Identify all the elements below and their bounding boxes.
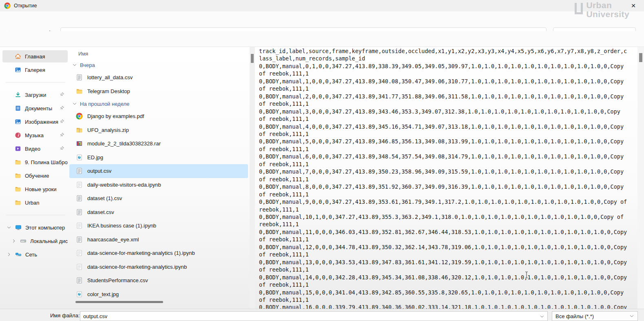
file-row[interactable]: data-science-for-marketing-analytics (1)…: [69, 246, 248, 260]
horizontal-scrollbar-thumb[interactable]: [75, 301, 163, 303]
sidebar-item-folder[interactable]: Новые уроки: [2, 183, 68, 195]
file-row[interactable]: haarcascade_eye.xml: [69, 233, 248, 247]
name-column-header[interactable]: Имя: [69, 47, 250, 59]
footer-bar: Имя файла: output.csv Все файлы (*.*): [0, 309, 644, 321]
chrome-app-icon: [4, 2, 11, 9]
sidebar-item-computer[interactable]: Этот компьютер: [2, 221, 68, 234]
gallery-icon: [15, 67, 21, 73]
csv-file-icon: [76, 236, 83, 243]
preview-line: 0,BODY,manual,15,0,0,0,341.04,413.89,342…: [259, 289, 637, 296]
file-group-header[interactable]: Вчера: [69, 59, 250, 71]
sidebar-item-document[interactable]: Документы: [2, 102, 68, 114]
pin-icon: [60, 92, 64, 97]
preview-line: 0,BODY,manual,11,0,0,0,346.03,413.89,352…: [259, 228, 637, 236]
folder-icon: [15, 186, 21, 192]
sidebar-item-home[interactable]: Главная: [2, 50, 68, 62]
file-row[interactable]: module_2_2_tilda30382328.rar: [69, 137, 248, 151]
preview-line: 0,BODY,manual,2,0,0,0,347.27,413.89,341.…: [259, 93, 637, 100]
file-row[interactable]: dataset (1).csv: [69, 192, 248, 205]
file-name: UFO_analysis.zip: [87, 127, 129, 133]
sidebar-item-folder[interactable]: Urban: [2, 196, 68, 209]
group-collapse-chevron-icon[interactable]: [72, 62, 77, 67]
preview-line: 0,BODY,manual,12,0,0,0,344.78,413.89,350…: [259, 243, 637, 251]
file-group-header[interactable]: На прошлой неделе: [69, 98, 250, 109]
file-row[interactable]: StudentsPerformance.csv: [69, 274, 248, 288]
file-row[interactable]: data-science-for-marketing-analytics.ipy…: [69, 260, 248, 274]
preview-line: 0,BODY,manual,3,0,0,0,347.27,413.89,343.…: [259, 108, 637, 115]
file-name: Django by examples.pdf: [87, 113, 144, 119]
preview-line: 0,BODY,manual,14,0,0,0,342.28,413.89,345…: [259, 274, 637, 281]
preview-line: of reebok,111,1: [259, 191, 637, 198]
file-name: Telegram Desktop: [87, 88, 130, 94]
file-row[interactable]: Django by examples.pdf: [69, 109, 248, 123]
rar-file-icon: [76, 140, 83, 147]
preview-line: 0,BODY,manual,16,0,0,0,339.79,413.89,340…: [259, 303, 637, 309]
file-name: data-science-for-marketing-analytics (1)…: [87, 250, 195, 256]
filetype-value: Все файлы (*.*): [555, 313, 594, 319]
preview-line: of reebok,111,1: [259, 130, 637, 138]
sidebar-item-music[interactable]: Музыка: [2, 129, 68, 141]
sidebar-item-video[interactable]: Видео: [2, 143, 68, 155]
expander-chevron-icon[interactable]: [11, 239, 16, 243]
preview-line: of reebok,111,1: [259, 160, 637, 168]
sidebar-item-label: Новые уроки: [25, 186, 56, 192]
preview-scrollbar-thumb[interactable]: [639, 53, 642, 62]
filetype-select[interactable]: Все файлы (*.*): [552, 311, 638, 321]
disk-icon: [20, 238, 27, 244]
folder-file-icon: [76, 88, 83, 95]
preview-line: 0,BODY,manual,7,0,0,0,347.27,413.89,350.…: [259, 168, 637, 175]
sidebar-item-downloads[interactable]: Загрузки: [2, 89, 68, 101]
window-title: Открытие: [14, 3, 37, 9]
preview-line: 0,BODY,manual,9,0,0,0,347.27,413.89,353.…: [259, 198, 637, 205]
close-button[interactable]: ×: [626, 0, 641, 11]
sidebar-separator: [6, 215, 65, 215]
file-row[interactable]: ED.jpg: [69, 151, 248, 165]
sidebar-item-folder[interactable]: 9. Полина Шаброе: [2, 156, 68, 168]
sidebar-item-disk[interactable]: Локальный диск: [2, 235, 68, 247]
group-collapse-chevron-icon[interactable]: [72, 101, 77, 106]
toolbar: Упорядочить Новая папка ?: [0, 31, 644, 47]
sidebar-item-network[interactable]: Сеть: [2, 248, 68, 261]
file-row[interactable]: output.csv: [69, 164, 248, 178]
file-row[interactable]: dataset.csv: [69, 205, 248, 219]
preview-line: 0,BODY,manual,6,0,0,0,347.27,413.89,348.…: [259, 153, 637, 160]
file-row[interactable]: Telegram Desktop: [69, 85, 248, 98]
preview-line: of reebok,111,1: [259, 251, 637, 258]
home-icon: [15, 53, 21, 60]
file-row[interactable]: IKEA business case (1).ipynb: [69, 219, 248, 233]
file-row[interactable]: color_text.jpg: [69, 288, 248, 301]
file-row[interactable]: daily-website-visitors-eda.ipynb: [69, 178, 248, 192]
pin-icon: [60, 119, 64, 124]
sidebar-item-label: Изображения: [25, 119, 58, 125]
sidebar-item-label: Локальный диск: [30, 238, 68, 244]
file-preview-pane: track_id,label,source,frame,keyframe,out…: [255, 47, 637, 309]
sidebar-item-folder[interactable]: Обучение: [2, 169, 68, 182]
preview-line: of reebok,111,1: [259, 115, 637, 123]
preview-line: of reebok,111,1: [259, 296, 637, 303]
file-row[interactable]: UFO_analysis.zip: [69, 123, 248, 137]
preview-line: track_id,label,source,frame,keyframe,out…: [259, 47, 637, 55]
preview-line: of reebok,111,1: [259, 85, 637, 92]
filename-input[interactable]: output.csv: [80, 311, 548, 321]
file-list-scrollbar-thumb[interactable]: [251, 54, 254, 63]
notebook-file-icon: [76, 263, 83, 270]
pin-icon: [60, 132, 64, 137]
downloads-icon: [15, 91, 21, 98]
file-row[interactable]: lottery_all_data.csv: [69, 71, 248, 85]
sidebar-item-gallery[interactable]: Галерея: [2, 64, 68, 76]
sidebar-item-pictures[interactable]: Изображения: [2, 116, 68, 128]
sidebar-item-label: Сеть: [25, 252, 37, 258]
expander-chevron-icon[interactable]: [7, 252, 11, 257]
document-icon: [15, 105, 21, 111]
file-name: data-science-for-marketing-analytics.ipy…: [87, 264, 187, 270]
sidebar-item-label: Главная: [25, 54, 45, 60]
folder-icon: [15, 159, 21, 165]
folder-icon: [15, 172, 21, 179]
image-file-icon: [76, 291, 83, 298]
file-list-scrollbar[interactable]: [250, 47, 255, 309]
preview-scrollbar[interactable]: [637, 47, 644, 309]
expander-chevron-icon[interactable]: [7, 225, 11, 230]
notebook-file-icon: [76, 181, 83, 188]
filename-dropdown-chevron-icon[interactable]: [540, 314, 544, 319]
filename-value: output.csv: [83, 313, 107, 319]
